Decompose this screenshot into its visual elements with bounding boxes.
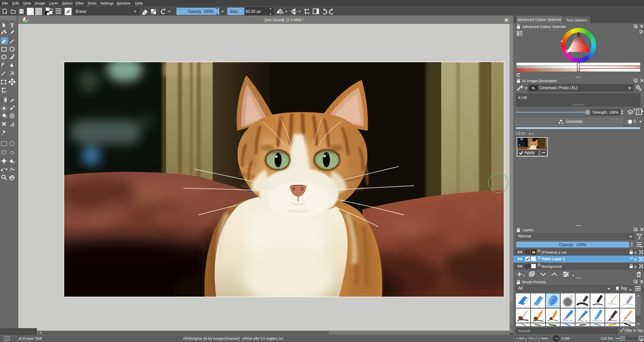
svg-text:T: T [637, 110, 640, 115]
svg-text:Opacity: 100%: Opacity: 100% [187, 9, 214, 14]
svg-text:Erase: Erase [76, 9, 86, 14]
svg-text:α: α [634, 250, 637, 255]
svg-text:α: α [634, 264, 637, 269]
svg-text:T: T [10, 22, 14, 28]
svg-text:60.00 px: 60.00 px [245, 9, 261, 14]
svg-text:α: α [634, 257, 637, 262]
svg-text:Size:: Size: [230, 9, 239, 14]
